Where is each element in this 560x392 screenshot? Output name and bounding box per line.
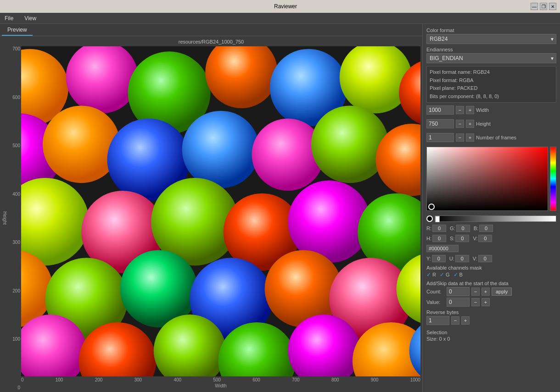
y-label: Y: — [426, 256, 431, 261]
title-bar: Raviewer — ❐ ✕ — [0, 0, 560, 13]
hex-input[interactable] — [426, 245, 459, 252]
preview-tab[interactable]: Preview — [2, 25, 33, 36]
width-increase-button[interactable]: + — [466, 106, 474, 114]
size-row: Size: 0 x 0 — [426, 336, 556, 342]
endianness-dropdown[interactable]: BIG_ENDIAN LITTLE_ENDIAN — [426, 53, 556, 63]
color-picker-area[interactable] — [426, 147, 556, 211]
reverse-bytes-label: Reverse bytes — [426, 309, 556, 315]
reverse-bytes-input[interactable] — [426, 316, 449, 325]
channel-r[interactable]: ✓ R — [426, 271, 436, 278]
width-input[interactable] — [426, 105, 454, 115]
check-g-icon: ✓ — [440, 271, 444, 278]
channel-b[interactable]: ✓ B — [454, 271, 463, 278]
color-slider[interactable] — [435, 215, 556, 222]
color-slider-row — [426, 215, 556, 222]
image-viewport: Height 700 600 500 400 300 200 100 0 — [2, 46, 420, 390]
y-value-group: Y: — [426, 255, 446, 262]
channels-mask-section: Available channels mask ✓ R ✓ G ✓ B — [426, 265, 556, 278]
size-value: 0 x 0 — [439, 336, 450, 342]
frames-increase-button[interactable]: + — [466, 133, 474, 142]
width-decrease-button[interactable]: − — [456, 106, 464, 114]
count-value-rows: Count: − + apply Value: − + — [426, 287, 556, 307]
balls-image — [21, 46, 420, 376]
count-increase-button[interactable]: + — [482, 287, 490, 296]
reverse-bytes-increase-button[interactable]: + — [461, 316, 470, 325]
x-axis-label: Width — [21, 383, 420, 388]
h-label: H: — [426, 236, 431, 241]
image-and-xaxis: 0 100 200 300 400 500 600 700 800 900 10… — [21, 46, 420, 390]
y-axis-ticks: 700 600 500 400 300 200 100 0 — [8, 46, 21, 390]
image-filename: resources/RGB24_1000_750 — [2, 38, 420, 46]
frames-input[interactable] — [426, 133, 454, 142]
v-label: V: — [473, 236, 477, 241]
pixel-format-name: Pixel format name: RGB24 — [430, 68, 553, 77]
image-container: resources/RGB24_1000_750 Height 700 600 … — [0, 36, 422, 392]
h-value-group: H: — [426, 235, 446, 242]
menu-file[interactable]: File — [2, 14, 16, 22]
hex-row — [426, 245, 556, 252]
right-panel: Color format RGB24 RGB16 YUV420 RGBA32 ▼… — [422, 24, 560, 392]
height-decrease-button[interactable]: − — [456, 120, 464, 128]
color-gradient-dark-overlay — [427, 147, 548, 210]
color-format-dropdown[interactable]: RGB24 RGB16 YUV420 RGBA32 — [426, 34, 556, 44]
height-row: − + Height — [426, 119, 556, 128]
svg-point-13 — [311, 105, 389, 183]
value-row: Value: − + — [426, 298, 556, 307]
r-input[interactable] — [432, 225, 446, 232]
width-label: Width — [476, 107, 489, 113]
count-decrease-button[interactable]: − — [471, 287, 480, 296]
maximize-button[interactable]: ❐ — [540, 3, 547, 10]
y-axis-label: Height — [2, 46, 8, 390]
v2-value-group: V: — [473, 255, 492, 262]
minimize-button[interactable]: — — [531, 3, 538, 10]
pixel-format: Pixel format: RGBA — [430, 77, 553, 85]
height-input[interactable] — [426, 119, 454, 128]
endianness-dropdown-wrapper: BIG_ENDIAN LITTLE_ENDIAN ▼ — [426, 53, 556, 63]
color-gradient-container[interactable] — [426, 147, 548, 211]
menu-view[interactable]: View — [22, 14, 39, 22]
color-gradient[interactable] — [426, 147, 548, 211]
slider-handle-indicator — [435, 216, 440, 222]
g-value-group: G: — [450, 225, 470, 232]
close-button[interactable]: ✕ — [549, 3, 556, 10]
r-value-group: R: — [426, 225, 446, 232]
height-increase-button[interactable]: + — [466, 120, 474, 128]
svg-point-11 — [182, 111, 260, 188]
b-input[interactable] — [479, 225, 493, 232]
width-row: − + Width — [426, 105, 556, 115]
channel-b-label: B — [459, 272, 463, 277]
yuv-values-row: Y: U: V: — [426, 255, 556, 262]
value-decrease-button[interactable]: − — [471, 298, 480, 306]
skip-label: Add/Skip data at the start of the data — [426, 281, 556, 286]
value-input[interactable] — [447, 298, 470, 307]
g-input[interactable] — [456, 225, 470, 232]
u-input[interactable] — [455, 255, 469, 262]
color-hue-bar[interactable] — [550, 147, 556, 211]
v-input[interactable] — [478, 235, 492, 242]
channel-g[interactable]: ✓ G — [440, 271, 450, 278]
b-value-group: B: — [474, 225, 493, 232]
value-increase-button[interactable]: + — [482, 298, 490, 306]
window-controls[interactable]: — ❐ ✕ — [531, 3, 556, 10]
endianness-section: Endianness BIG_ENDIAN LITTLE_ENDIAN ▼ — [426, 47, 556, 63]
count-input[interactable] — [447, 287, 470, 296]
image-canvas[interactable] — [21, 46, 420, 376]
value-label: Value: — [426, 299, 445, 305]
u-label: U: — [449, 256, 454, 261]
y-input[interactable] — [432, 255, 446, 262]
reverse-bytes-decrease-button[interactable]: − — [451, 316, 459, 325]
apply-button[interactable]: apply — [492, 287, 512, 296]
color-slider-handle[interactable] — [426, 215, 433, 222]
s-input[interactable] — [455, 235, 469, 242]
frames-decrease-button[interactable]: − — [456, 133, 464, 142]
reverse-bytes-section: Reverse bytes − + — [426, 309, 556, 327]
h-input[interactable] — [432, 235, 446, 242]
v2-label: V: — [473, 256, 477, 261]
v2-input[interactable] — [478, 255, 492, 262]
pixel-bits: Bits per component: (8, 8, 8, 0) — [430, 93, 553, 101]
size-label: Size: — [426, 336, 437, 342]
channel-g-label: G — [446, 272, 450, 277]
channel-r-label: R — [432, 272, 436, 277]
channels-mask-label: Available channels mask — [426, 265, 556, 271]
frames-label: Number of frames — [476, 135, 516, 140]
